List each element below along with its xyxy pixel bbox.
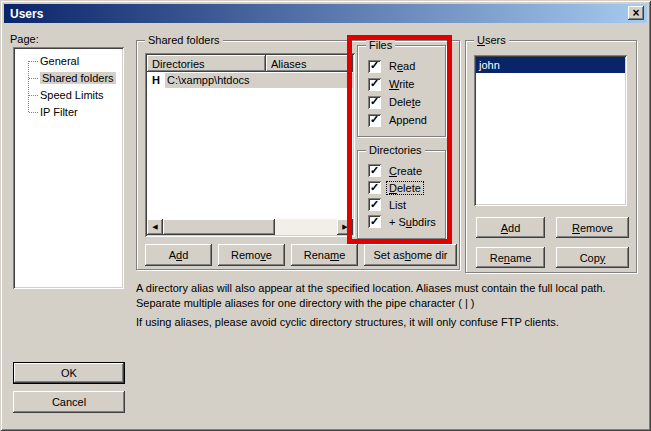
cancel-button[interactable]: Cancel — [13, 391, 125, 413]
page-label: Page: — [10, 33, 39, 45]
checkbox-files-read[interactable]: ✓ Read — [358, 57, 445, 75]
scroll-right-button[interactable]: ▶ — [337, 219, 353, 235]
copy-user-button[interactable]: Copy — [556, 247, 629, 268]
checkbox-files-write[interactable]: ✓ Write — [358, 75, 445, 93]
scrollbar-thumb[interactable] — [163, 219, 275, 235]
checkmark-icon: ✓ — [370, 216, 379, 227]
checkbox-box: ✓ — [368, 60, 381, 73]
directory-row[interactable]: H C:\xampp\htdocs — [147, 72, 353, 88]
alias-help-line-2: If using aliases, please avoid cyclic di… — [136, 315, 644, 330]
checkbox-box: ✓ — [368, 78, 381, 91]
directories-group-label: Directories — [366, 144, 425, 157]
checkbox-box: ✓ — [368, 114, 381, 127]
rename-folder-button[interactable]: Rename — [291, 244, 358, 266]
ok-button[interactable]: OK — [13, 362, 125, 384]
remove-folder-button[interactable]: Remove — [218, 244, 285, 266]
column-header-label: Aliases — [271, 58, 306, 70]
files-group-label: Files — [366, 39, 395, 52]
shared-folders-group-label: Shared folders — [145, 34, 223, 47]
home-flag: H — [147, 74, 165, 86]
checkmark-icon: ✓ — [370, 165, 379, 176]
checkbox-files-append[interactable]: ✓ Append — [358, 111, 445, 129]
checkmark-icon: ✓ — [370, 60, 379, 71]
horizontal-scrollbar[interactable]: ◀ ▶ — [147, 219, 353, 235]
checkbox-label: Write — [387, 78, 416, 90]
alias-help-line-1: A directory alias will also appear at th… — [136, 281, 644, 311]
checkbox-label: + Subdirs — [387, 216, 438, 228]
scrollbar-track[interactable] — [163, 219, 337, 235]
tree-item-label: IP Filter — [40, 106, 78, 118]
checkbox-box: ✓ — [368, 181, 381, 194]
checkbox-dirs-list[interactable]: ✓ List — [358, 196, 445, 213]
page-tree[interactable]: General Shared folders Speed Limits IP F… — [13, 47, 124, 289]
checkbox-box: ✓ — [368, 164, 381, 177]
directory-path: C:\xampp\htdocs — [165, 73, 353, 88]
title-bar: Users — [4, 4, 647, 23]
tree-item-ip-filter[interactable]: IP Filter — [13, 104, 124, 121]
files-checkbox-list: ✓ Read ✓ Write ✓ Delete ✓ Append — [358, 57, 445, 129]
checkbox-files-delete[interactable]: ✓ Delete — [358, 93, 445, 111]
column-header-label: Directories — [152, 58, 205, 70]
users-listbox[interactable]: john — [474, 55, 627, 206]
checkbox-label: Append — [387, 114, 429, 126]
checkbox-box: ✓ — [368, 96, 381, 109]
checkmark-icon: ✓ — [370, 96, 379, 107]
checkbox-label: List — [387, 199, 408, 211]
directories-listview[interactable]: Directories Aliases H C:\xampp\htdocs ◀ … — [145, 53, 355, 237]
checkbox-label-focused: Delete — [387, 182, 423, 194]
tree-item-general[interactable]: General — [13, 53, 124, 70]
scroll-left-icon: ◀ — [152, 219, 157, 235]
close-icon: × — [632, 8, 639, 18]
column-header-directories[interactable]: Directories — [147, 55, 266, 72]
listview-header: Directories Aliases — [147, 55, 353, 72]
directories-permissions-group: Directories ✓ Create ✓ Delete ✓ List ✓ +… — [357, 150, 446, 239]
checkbox-dirs-create[interactable]: ✓ Create — [358, 162, 445, 179]
checkbox-box: ✓ — [368, 215, 381, 228]
column-header-aliases[interactable]: Aliases — [266, 55, 353, 72]
checkmark-icon: ✓ — [370, 199, 379, 210]
add-folder-button[interactable]: Add — [145, 244, 212, 266]
checkbox-label: Create — [387, 165, 424, 177]
user-row-john[interactable]: john — [476, 57, 625, 73]
checkbox-label: Delete — [387, 96, 423, 108]
set-as-home-dir-button[interactable]: Set as home dir — [364, 244, 457, 266]
checkbox-box: ✓ — [368, 198, 381, 211]
users-group: Users john Add Remove Rename Copy — [465, 40, 637, 273]
alias-help-text: A directory alias will also appear at th… — [136, 281, 644, 334]
tree-item-label-selected: Shared folders — [40, 72, 116, 84]
scroll-right-icon: ▶ — [342, 219, 347, 235]
checkbox-label: Read — [387, 60, 417, 72]
checkbox-dirs-delete[interactable]: ✓ Delete — [358, 179, 445, 196]
files-permissions-group: Files ✓ Read ✓ Write ✓ Delete ✓ Append — [357, 45, 446, 137]
users-group-label: Users — [474, 34, 509, 47]
users-dialog: Users × Page: General Shared folders Spe… — [0, 0, 651, 431]
add-user-button[interactable]: Add — [476, 217, 545, 238]
tree-item-label: General — [40, 55, 79, 67]
window-title: Users — [4, 7, 43, 21]
scroll-left-button[interactable]: ◀ — [147, 219, 163, 235]
tree-item-speed-limits[interactable]: Speed Limits — [13, 87, 124, 104]
checkmark-icon: ✓ — [370, 114, 379, 125]
close-button[interactable]: × — [628, 6, 644, 20]
checkmark-icon: ✓ — [370, 78, 379, 89]
rename-user-button[interactable]: Rename — [476, 247, 545, 268]
directories-checkbox-list: ✓ Create ✓ Delete ✓ List ✓ + Subdirs — [358, 162, 445, 230]
checkbox-dirs-subdirs[interactable]: ✓ + Subdirs — [358, 213, 445, 230]
tree-item-label: Speed Limits — [40, 89, 104, 101]
checkmark-icon: ✓ — [370, 182, 379, 193]
tree-item-shared-folders[interactable]: Shared folders — [13, 70, 124, 87]
remove-user-button[interactable]: Remove — [556, 217, 629, 238]
